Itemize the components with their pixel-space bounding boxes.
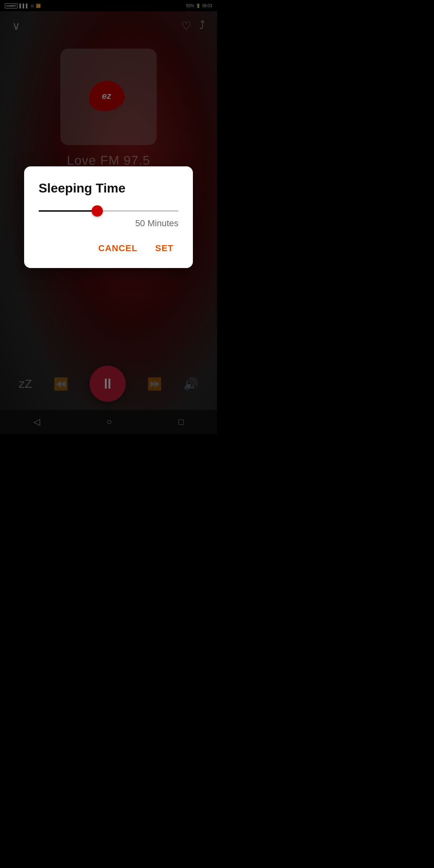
sleep-timer-slider-container[interactable]: 50 Minutes [39, 210, 178, 229]
sleeping-time-dialog: Sleeping Time 50 Minutes CANCEL SET [24, 166, 193, 268]
dialog-buttons: CANCEL SET [39, 240, 178, 257]
main-screen: toWiFi ▌▌▌ ⊙ 📶 93% 🔋 08:03 ∨ ♡ ⤴ ez Love… [0, 0, 217, 434]
slider-track [39, 210, 178, 212]
set-button[interactable]: SET [150, 240, 178, 257]
dialog-title: Sleeping Time [39, 181, 178, 196]
dialog-overlay: Sleeping Time 50 Minutes CANCEL SET [0, 0, 217, 434]
cancel-button[interactable]: CANCEL [94, 240, 143, 257]
